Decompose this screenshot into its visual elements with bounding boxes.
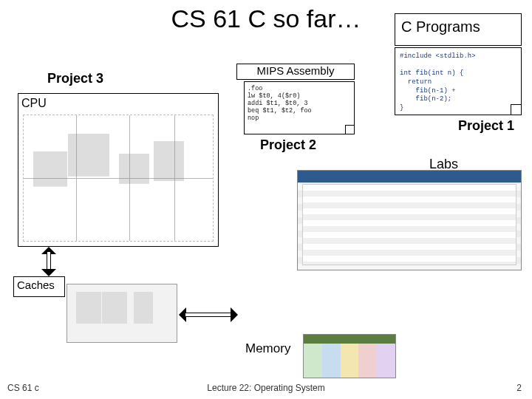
labs-screenshot [297,170,522,270]
cpu-box: CPU [18,93,219,247]
cpu-diagram [23,115,214,242]
project-2-label: Project 2 [260,137,316,153]
arrow-cpu-caches [41,247,56,276]
c-code-note: #include <stdlib.h> int fib(int n) { ret… [395,47,522,115]
memory-diagram [303,334,396,378]
mips-code-note: .foo lw $t0, 4($r0) addi $t1, $t0, 3 beq… [244,81,355,134]
arrow-caches-memory [179,307,238,322]
memory-label: Memory [245,341,290,356]
project-1-label: Project 1 [458,118,514,134]
footer-middle: Lecture 22: Operating System [0,383,532,393]
mips-assembly-box: MIPS Assembly [236,64,355,80]
project-3-label: Project 3 [47,71,103,86]
c-programs-box: C Programs [395,13,522,46]
caches-diagram [66,284,177,343]
caches-box: Caches [13,276,65,297]
cpu-label: CPU [21,97,47,109]
slide-number: 2 [516,383,522,393]
